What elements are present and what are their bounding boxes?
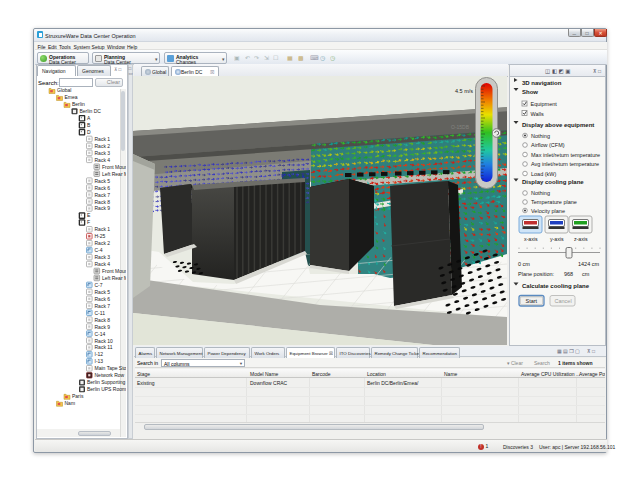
svg-text:Rack 8: Rack 8 xyxy=(95,199,111,205)
svg-text:Walls: Walls xyxy=(531,111,544,117)
svg-text:Network Row: Network Row xyxy=(95,372,125,378)
svg-text:Rack 9: Rack 9 xyxy=(95,324,111,330)
svg-text:Rack 9: Rack 9 xyxy=(95,205,111,211)
svg-text:Front Mounted: Front Mounted xyxy=(102,268,126,274)
svg-text:Calculate cooling plane: Calculate cooling plane xyxy=(522,283,590,289)
svg-text:H-25: H-25 xyxy=(95,233,106,239)
svg-text:Left Rear Moun: Left Rear Moun xyxy=(102,171,126,177)
svg-text:Airflow (CFM): Airflow (CFM) xyxy=(531,142,565,148)
svg-text:C-11: C-11 xyxy=(95,310,106,316)
svg-text:Rack 4: Rack 4 xyxy=(95,261,111,267)
svg-text:Rack 10: Rack 10 xyxy=(95,338,114,344)
svg-text:968: 968 xyxy=(564,271,573,277)
svg-text:Rack 4: Rack 4 xyxy=(95,157,111,163)
svg-text:Start: Start xyxy=(526,298,538,304)
svg-text:B: B xyxy=(87,122,91,128)
svg-text:y-axis: y-axis xyxy=(550,236,564,242)
svg-text:1424 cm: 1424 cm xyxy=(578,261,600,267)
svg-text:Temperature plane: Temperature plane xyxy=(531,199,577,205)
svg-text:3D navigation: 3D navigation xyxy=(522,80,562,86)
svg-text:Equipment: Equipment xyxy=(531,101,558,107)
svg-text:Berlin DC: Berlin DC xyxy=(80,108,102,114)
svg-text:Rack 5: Rack 5 xyxy=(95,289,111,295)
svg-text:Nam: Nam xyxy=(65,400,76,406)
svg-text:Front Mounted: Front Mounted xyxy=(102,164,126,170)
svg-text:Rack 6: Rack 6 xyxy=(95,296,111,302)
svg-text:C-4: C-4 xyxy=(95,247,103,253)
svg-text:Paris: Paris xyxy=(72,393,84,399)
svg-text:I-13: I-13 xyxy=(95,358,104,364)
svg-text:Nothing: Nothing xyxy=(531,133,550,139)
svg-text:Rack 2: Rack 2 xyxy=(95,143,111,149)
svg-text:Berlin: Berlin xyxy=(72,101,85,107)
svg-text:C-14: C-14 xyxy=(95,331,106,337)
svg-text:Velocity plane: Velocity plane xyxy=(531,208,565,214)
svg-text:A: A xyxy=(87,115,91,121)
svg-text:cm: cm xyxy=(582,271,590,277)
svg-text:Rack 3: Rack 3 xyxy=(95,254,111,260)
svg-text:Berlin Supporting Infrastru: Berlin Supporting Infrastru xyxy=(87,379,126,385)
svg-text:Rack 3: Rack 3 xyxy=(95,150,111,156)
svg-text:Berlin UPS Room: Berlin UPS Room xyxy=(87,386,126,392)
svg-text:F: F xyxy=(87,219,90,225)
svg-text:Plane position:: Plane position: xyxy=(518,271,555,277)
svg-text:Left Rear Moun: Left Rear Moun xyxy=(102,275,126,281)
svg-text:Rack 7: Rack 7 xyxy=(95,303,111,309)
svg-text:Main Tape Storage: Main Tape Storage xyxy=(95,365,127,371)
svg-text:x-axis: x-axis xyxy=(524,236,538,242)
svg-text:Avg inlet/return temperature: Avg inlet/return temperature xyxy=(531,161,599,167)
svg-text:Max inlet/return temperature: Max inlet/return temperature xyxy=(531,152,600,158)
svg-text:Rack 6: Rack 6 xyxy=(95,185,111,191)
svg-text:Global: Global xyxy=(57,87,71,93)
svg-text:Rack 2: Rack 2 xyxy=(95,240,111,246)
svg-text:E: E xyxy=(87,212,91,218)
svg-text:Rack 1: Rack 1 xyxy=(95,226,111,232)
svg-text:Rack 1: Rack 1 xyxy=(95,136,111,142)
svg-text:Rack 11: Rack 11 xyxy=(95,344,113,350)
svg-text:I-12: I-12 xyxy=(95,351,104,357)
svg-text:Rack 7: Rack 7 xyxy=(95,192,111,198)
svg-text:Display cooling plane: Display cooling plane xyxy=(522,179,584,185)
svg-text:0 cm: 0 cm xyxy=(518,261,530,267)
svg-text:Rack 8: Rack 8 xyxy=(95,317,111,323)
svg-text:O-15DB: O-15DB xyxy=(451,124,470,130)
svg-text:Rack 5: Rack 5 xyxy=(95,178,111,184)
svg-text:z-axis: z-axis xyxy=(574,236,588,242)
svg-text:Nothing: Nothing xyxy=(531,190,550,196)
svg-text:Show: Show xyxy=(522,89,538,95)
svg-text:4.5 m/s: 4.5 m/s xyxy=(455,88,473,94)
svg-text:C-7: C-7 xyxy=(95,282,103,288)
svg-text:Load (kW): Load (kW) xyxy=(531,171,557,177)
svg-text:Emea: Emea xyxy=(65,94,78,100)
svg-text:D: D xyxy=(87,129,91,135)
svg-text:Cancel: Cancel xyxy=(555,298,572,304)
svg-text:Display above equipment: Display above equipment xyxy=(522,122,594,128)
